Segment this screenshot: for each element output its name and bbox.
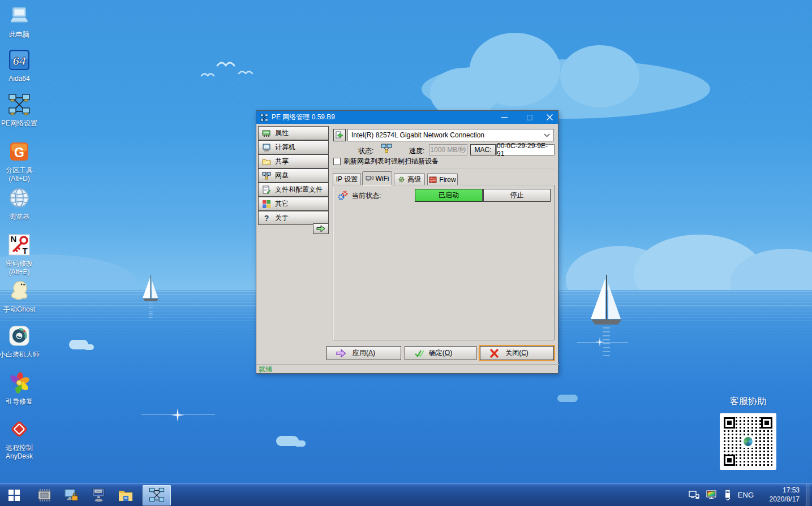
taskbar-memory-tool-button[interactable] [33, 484, 55, 506]
connection-status-icon [381, 144, 392, 154]
cloud [557, 395, 578, 402]
speed-label: 速度: [409, 146, 424, 156]
taskbar-network-manager-button[interactable] [143, 485, 171, 505]
tray-clock[interactable]: 17:53 2020/8/17 [760, 486, 800, 504]
tab-advanced[interactable]: 高级 [394, 173, 425, 185]
colored-squares-icon [262, 200, 271, 209]
tray-date: 2020/8/17 [760, 495, 800, 504]
question-icon: ? [262, 214, 271, 223]
cloud [84, 344, 94, 350]
sidebar-item-computer[interactable]: 计算机 [258, 140, 329, 154]
adapter-select[interactable]: Intel(R) 82574L Gigabit Network Connecti… [347, 129, 554, 141]
this-pc-icon [8, 5, 31, 27]
support-qr-code [720, 413, 776, 470]
window-title: PE 网络管理 0.59.B9 [272, 113, 335, 122]
sea-sparkle [141, 407, 215, 423]
folder-icon [118, 487, 134, 503]
minimize-button[interactable] [496, 111, 513, 124]
sidebar-item-netdrive[interactable]: 网盘 [258, 168, 329, 183]
mac-value-field[interactable]: 00-0C-29-29-9E-91 [496, 144, 555, 155]
qr-finder-icon [724, 417, 735, 429]
show-desktop-button[interactable] [806, 484, 810, 506]
maximize-button[interactable] [521, 111, 538, 124]
tray-usb-icon[interactable] [724, 490, 732, 500]
close-dialog-button[interactable]: 关闭(C) [480, 346, 554, 360]
wifi-started-button[interactable]: 已启动 [415, 189, 483, 202]
svg-text:G: G [14, 145, 24, 160]
force-scan-checkbox[interactable] [333, 158, 341, 165]
desktop-icon-partition-tool[interactable]: G 分区工具 (Alt+D) [0, 140, 41, 183]
force-scan-label: 刷新网盘列表时强制扫描新设备 [343, 157, 439, 166]
network-drive-icon [262, 171, 271, 180]
force-scan-checkbox-row[interactable]: 刷新网盘列表时强制扫描新设备 [333, 157, 439, 166]
network-settings-icon [8, 93, 31, 116]
qr-finder-icon [761, 417, 772, 429]
desktop-icon-pe-network-settings[interactable]: PE网络设置 [0, 93, 41, 128]
svg-text:64: 64 [12, 54, 26, 67]
cloud [560, 45, 639, 107]
sidebar-item-share[interactable]: 共享 [258, 154, 329, 168]
memory-chip-icon [36, 487, 52, 503]
ok-button[interactable]: 确定(O) [405, 346, 476, 360]
desktop-icon-boot-repair[interactable]: 引导修复 [0, 371, 41, 406]
desktop-icon-anydesk[interactable]: 远程控制 AnyDesk [0, 418, 41, 461]
separator [332, 168, 555, 169]
wifi-tab-panel: 当前状态: 已启动 停止 [333, 185, 555, 340]
sidebar-item-properties[interactable]: 属性 [258, 126, 329, 140]
close-button[interactable] [541, 111, 558, 124]
tray-display-icon[interactable] [706, 490, 718, 500]
ghost-icon [8, 279, 31, 302]
partition-tool-icon: G [8, 140, 31, 163]
desktop-icon-xiaobai-installer[interactable]: 小白装机大师 [0, 325, 41, 359]
apply-button[interactable]: 应用(A) [326, 346, 401, 360]
system-tray: ENG 17:53 2020/8/17 [689, 484, 812, 506]
wifi-stop-button[interactable]: 停止 [483, 189, 551, 202]
gears-icon [338, 191, 349, 201]
browser-globe-icon [8, 187, 31, 209]
pe-network-manager-window: PE 网络管理 0.59.B9 属性 计算机 [256, 110, 558, 374]
tab-ip-settings[interactable]: IP 设置 [333, 173, 361, 185]
language-indicator[interactable]: ENG [738, 491, 754, 499]
support-title: 客服协助 [720, 396, 776, 408]
status-label: 状态: [358, 146, 373, 156]
taskbar-osk-button[interactable] [87, 484, 110, 506]
taskbar-explorer-button[interactable] [114, 484, 137, 506]
green-arrow-icon [316, 225, 325, 232]
taskbar: ENG 17:53 2020/8/17 [0, 483, 812, 506]
tray-time: 17:53 [760, 486, 800, 495]
desktop-icon-aida64[interactable]: 64 Aida64 [0, 49, 41, 83]
desktop-icon-browser[interactable]: 浏览器 [0, 187, 41, 221]
sidebar-item-files[interactable]: 文件和配置文件 [258, 183, 329, 197]
adapter-selected-value: Intel(R) 82574L Gigabit Network Connecti… [351, 131, 544, 139]
svg-text:N: N [11, 234, 17, 244]
desktop-icon-manual-ghost[interactable]: 手动Ghost [0, 279, 41, 314]
share-folder-icon [262, 157, 271, 166]
close-icon [547, 114, 553, 120]
sidebar-item-other[interactable]: 其它 [258, 197, 329, 211]
speed-value-field: 1000 MB/秒 [429, 144, 467, 155]
red-x-icon [489, 349, 500, 358]
windows-logo-icon [8, 490, 20, 501]
apply-arrow-icon [336, 349, 346, 358]
cloud [294, 440, 306, 447]
mac-button[interactable]: MAC: [470, 144, 496, 155]
window-statusbar: 就绪 [256, 364, 559, 374]
tray-network-icon[interactable] [689, 490, 700, 500]
boot-repair-icon [8, 371, 31, 394]
sidebar-next-button[interactable] [313, 223, 329, 234]
anydesk-icon [8, 418, 31, 440]
taskbar-display-lock-button[interactable] [60, 484, 83, 506]
firewall-tab-icon [429, 176, 437, 183]
refresh-icon [335, 131, 344, 140]
advanced-tab-icon [398, 176, 405, 183]
sailboat-small [143, 275, 159, 319]
desktop-icon-password-reset[interactable]: N T 密码修改 (Alt+E) [0, 233, 41, 276]
tab-wifi[interactable]: WiFi [362, 171, 392, 185]
window-titlebar[interactable]: PE 网络管理 0.59.B9 [256, 111, 558, 124]
monitor-keyboard-icon [91, 487, 106, 503]
qr-center-logo-icon [742, 435, 754, 448]
refresh-adapter-button[interactable] [333, 129, 346, 141]
tab-firewall[interactable]: Firew [427, 173, 458, 185]
desktop-icon-this-pc[interactable]: 此电脑 [0, 5, 41, 39]
start-button[interactable] [0, 484, 28, 506]
